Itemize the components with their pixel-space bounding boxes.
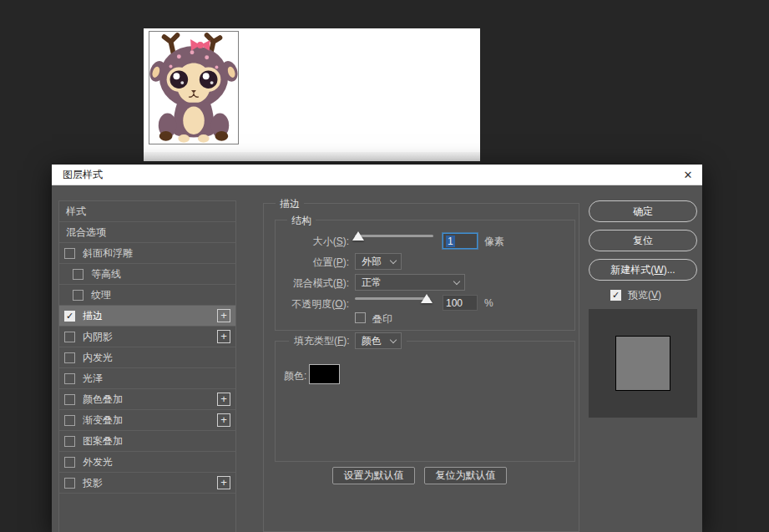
overprint-checkbox[interactable] xyxy=(355,312,366,323)
effect-checkbox[interactable] xyxy=(64,352,75,363)
size-unit-label: 像素 xyxy=(484,235,504,249)
add-inner-shadow-instance-button[interactable]: + xyxy=(217,330,230,343)
structure-section-title: 结构 xyxy=(287,214,316,228)
deer-plush-illustration xyxy=(149,32,238,144)
opacity-input[interactable]: 100 xyxy=(443,295,478,311)
effect-checkbox[interactable] xyxy=(73,269,83,280)
document-bottom-edge xyxy=(144,152,480,161)
add-stroke-instance-button[interactable]: + xyxy=(217,309,230,322)
sidebar-item-gradient-overlay[interactable]: 渐变叠加 + xyxy=(59,410,235,431)
fill-type-row: 填充类型(F): 颜色 xyxy=(289,332,407,349)
effects-sidebar: 样式 混合选项 斜面和浮雕 等高线 纹理 ✓ xyxy=(58,200,236,532)
style-preview-swatch xyxy=(615,336,670,391)
size-slider[interactable] xyxy=(355,231,433,241)
dialog-body: 样式 混合选项 斜面和浮雕 等高线 纹理 ✓ xyxy=(52,185,702,532)
stroke-settings-panel: 描边 结构 大小(S): 1 像素 位置(P): xyxy=(263,203,579,532)
opacity-slider[interactable] xyxy=(355,293,430,304)
dialog-title: 图层样式 xyxy=(63,168,103,182)
effect-checkbox[interactable] xyxy=(64,373,75,384)
effect-checkbox[interactable] xyxy=(64,332,75,342)
effect-checkbox[interactable] xyxy=(64,436,75,447)
layer-style-dialog: 图层样式 ✕ 样式 混合选项 斜面和浮雕 等高线 xyxy=(52,165,702,532)
position-dropdown[interactable]: 外部 xyxy=(355,253,402,270)
make-default-button[interactable]: 设置为默认值 xyxy=(332,467,415,484)
dialog-titlebar[interactable]: 图层样式 ✕ xyxy=(52,165,702,185)
sidebar-item-styles[interactable]: 样式 xyxy=(59,201,235,222)
add-drop-shadow-instance-button[interactable]: + xyxy=(217,476,230,489)
canvas-document xyxy=(144,28,480,161)
size-input[interactable]: 1 xyxy=(443,233,478,249)
opacity-value: 100 xyxy=(446,297,463,309)
effect-checkbox[interactable] xyxy=(64,415,75,426)
effect-checkbox[interactable] xyxy=(64,478,75,489)
overprint-label: 叠印 xyxy=(372,312,392,327)
sidebar-item-inner-glow[interactable]: 内发光 xyxy=(59,347,235,368)
stroke-color-swatch[interactable] xyxy=(309,364,340,384)
fill-type-label: 填充类型(F): xyxy=(294,334,350,348)
size-value: 1 xyxy=(446,236,455,247)
effect-checkbox[interactable] xyxy=(64,394,75,405)
sidebar-item-stroke[interactable]: ✓ 描边 + xyxy=(59,306,235,327)
position-label: 位置(P): xyxy=(272,256,349,270)
new-style-button[interactable]: 新建样式(W)... xyxy=(589,259,697,281)
opacity-slider-track[interactable] xyxy=(355,297,430,300)
opacity-label: 不透明度(O): xyxy=(272,297,349,312)
blend-mode-value: 正常 xyxy=(362,276,382,290)
opacity-slider-thumb[interactable] xyxy=(421,294,433,303)
preview-toggle[interactable]: ✓ 预览(V) xyxy=(610,288,661,302)
effect-checkbox-checked[interactable]: ✓ xyxy=(64,311,75,322)
sidebar-item-color-overlay[interactable]: 颜色叠加 + xyxy=(59,389,235,410)
ok-button[interactable]: 确定 xyxy=(589,200,697,222)
reset-default-button[interactable]: 复位为默认值 xyxy=(424,467,507,484)
size-slider-track[interactable] xyxy=(355,235,433,237)
blend-mode-label: 混合模式(B): xyxy=(272,276,349,291)
sidebar-item-outer-glow[interactable]: 外发光 xyxy=(59,452,235,473)
close-icon[interactable]: ✕ xyxy=(674,165,702,185)
sidebar-item-drop-shadow[interactable]: 投影 + xyxy=(59,473,235,494)
effect-checkbox[interactable] xyxy=(64,457,75,468)
size-slider-thumb[interactable] xyxy=(352,231,364,241)
effect-checkbox[interactable] xyxy=(64,248,75,259)
sidebar-item-bevel-emboss[interactable]: 斜面和浮雕 xyxy=(59,243,235,264)
stroke-panel-title: 描边 xyxy=(276,197,304,211)
sidebar-item-texture[interactable]: 纹理 xyxy=(59,285,235,306)
sidebar-item-contour[interactable]: 等高线 xyxy=(59,264,235,285)
blend-mode-dropdown[interactable]: 正常 xyxy=(355,274,465,291)
sidebar-item-inner-shadow[interactable]: 内阴影 + xyxy=(59,327,235,347)
sidebar-item-satin[interactable]: 光泽 xyxy=(59,368,235,389)
chevron-down-icon xyxy=(390,256,397,263)
fill-type-value: 颜色 xyxy=(362,334,382,348)
size-label: 大小(S): xyxy=(272,235,349,249)
reset-button[interactable]: 复位 xyxy=(589,230,697,251)
color-label: 颜色: xyxy=(284,369,306,383)
fill-type-dropdown[interactable]: 颜色 xyxy=(355,332,402,349)
sidebar-item-blending-options[interactable]: 混合选项 xyxy=(59,222,235,243)
opacity-unit-label: % xyxy=(484,297,493,309)
chevron-down-icon xyxy=(389,336,396,342)
position-value: 外部 xyxy=(362,255,382,269)
preview-checkbox[interactable]: ✓ xyxy=(610,290,621,301)
structure-section: 结构 大小(S): 1 像素 位置(P): 外部 xyxy=(275,220,575,331)
chevron-down-icon xyxy=(453,277,460,284)
style-preview-box xyxy=(589,309,697,418)
sidebar-item-pattern-overlay[interactable]: 图案叠加 xyxy=(59,431,235,452)
preview-label: 预览(V) xyxy=(628,288,661,302)
fill-section: 填充类型(F): 颜色 颜色: xyxy=(275,341,575,462)
add-color-overlay-instance-button[interactable]: + xyxy=(217,393,230,406)
effect-checkbox[interactable] xyxy=(73,290,83,301)
add-gradient-overlay-instance-button[interactable]: + xyxy=(217,413,230,427)
deer-plush-image xyxy=(149,31,239,144)
photoshop-workspace: 图层样式 ✕ 样式 混合选项 斜面和浮雕 等高线 xyxy=(0,0,769,532)
